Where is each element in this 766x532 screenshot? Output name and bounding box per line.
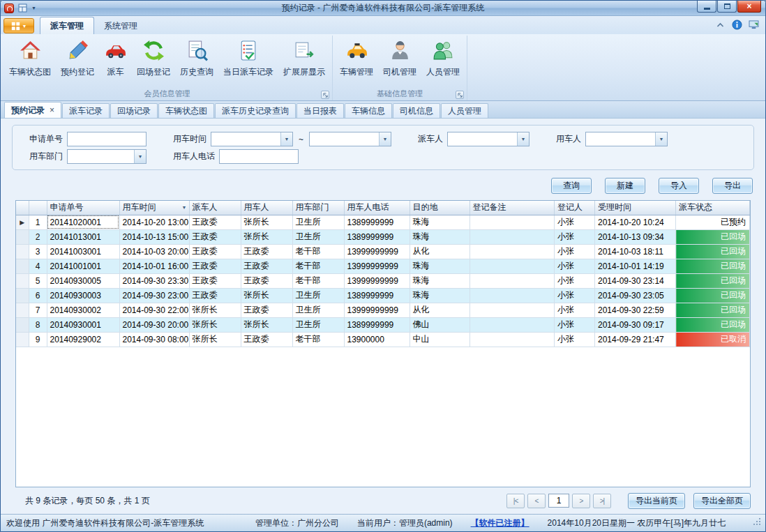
cell-dest[interactable]: 中山 [410,332,470,347]
chevron-down-icon[interactable]: ▼ [280,132,292,146]
grid-row[interactable]: 2201410130012014-10-13 15:00王政委张所长卫生所138… [16,229,750,244]
cell-remark[interactable] [470,317,555,332]
cell-dest[interactable]: 珠海 [410,273,470,288]
col-destination[interactable]: 目的地 [410,201,470,215]
grid-row[interactable]: 5201409300052014-09-30 23:30王政委王政委老干部139… [16,273,750,288]
cell-apply-no[interactable]: 20140930002 [47,303,119,317]
col-status[interactable]: 派车状态 [676,201,750,215]
dialog-launcher-icon[interactable] [321,91,329,99]
cell-dept[interactable]: 卫生所 [292,288,344,303]
ribbon-tab-system[interactable]: 系统管理 [94,17,147,34]
cell-apply-no[interactable]: 20141013001 [47,229,119,244]
use-time-to-combo[interactable]: ▼ [309,132,391,146]
cell-accept-time[interactable]: 2014-10-20 10:24 [595,215,676,229]
next-page-button[interactable]: > [572,494,590,508]
export-button[interactable]: 导出 [712,178,753,194]
cell-accept-time[interactable]: 2014-09-29 21:47 [595,332,676,347]
cell-use-time[interactable]: 2014-09-30 23:00 [119,288,189,303]
close-tab-icon[interactable]: × [50,106,54,114]
ribbon-tab-dispatch[interactable]: 派车管理 [40,17,94,34]
export-current-page-button[interactable]: 导出当前页 [628,493,685,509]
col-user[interactable]: 用车人 [241,201,292,215]
ribbon-button-return-registration[interactable]: 回场登记 [132,36,175,78]
cell-dispatcher[interactable]: 王政委 [189,288,241,303]
cell-dept[interactable]: 卫生所 [292,229,344,244]
app-menu-button[interactable]: ▼ [3,18,34,33]
grid-row[interactable]: 8201409300012014-09-30 20:00张所长张所长卫生所138… [16,317,750,332]
ribbon-button-reservation[interactable]: 预约登记 [56,36,99,78]
doc-tab-dispatch-history-query[interactable]: 派车历史记录查询 [215,103,296,118]
cell-user[interactable]: 张所长 [241,229,292,244]
close-button[interactable]: × [737,1,761,13]
dialog-launcher-icon[interactable] [456,91,464,99]
ribbon-button-vehicle-status-map[interactable]: 车辆状态图 [4,36,56,78]
resize-grip[interactable] [753,518,761,528]
chevron-down-icon[interactable]: ▼ [379,132,391,146]
cell-accept-time[interactable]: 2014-10-03 18:11 [595,244,676,259]
cell-dispatcher[interactable]: 张所长 [189,332,241,347]
cell-apply-no[interactable]: 20140930003 [47,288,119,303]
cell-apply-no[interactable]: 20141003001 [47,244,119,259]
cell-phone[interactable]: 1389999999 [344,317,410,332]
cell-registrar[interactable]: 小张 [555,244,595,259]
cell-dept[interactable]: 老干部 [292,244,344,259]
cell-remark[interactable] [470,229,555,244]
cell-registrar[interactable]: 小张 [555,332,595,347]
license-link[interactable]: 【软件已注册】 [471,517,530,529]
cell-user[interactable]: 王政委 [241,244,292,259]
grid-row[interactable]: 3201410030012014-10-03 20:00王政委王政委老干部139… [16,244,750,259]
cell-remark[interactable] [470,303,555,317]
cell-dispatcher[interactable]: 王政委 [189,273,241,288]
layout-icon[interactable] [17,2,29,14]
cell-dest[interactable]: 珠海 [410,288,470,303]
cell-remark[interactable] [470,288,555,303]
qat-dropdown-icon[interactable]: ▼ [31,6,36,10]
cell-remark[interactable] [470,332,555,347]
cell-accept-time[interactable]: 2014-09-30 09:17 [595,317,676,332]
cell-remark[interactable] [470,259,555,273]
info-icon[interactable] [731,19,743,31]
cell-apply-no[interactable]: 20141020001 [47,215,119,229]
cell-registrar[interactable]: 小张 [555,273,595,288]
cell-dept[interactable]: 老干部 [292,259,344,273]
export-all-pages-button[interactable]: 导出全部页 [693,493,751,509]
doc-tab-dispatch-records[interactable]: 派车记录 [62,103,110,118]
cell-dispatcher[interactable]: 张所长 [189,317,241,332]
doc-tab-driver-info[interactable]: 司机信息 [393,103,440,118]
col-registrar[interactable]: 登记人 [555,201,595,215]
doc-tab-vehicle-info[interactable]: 车辆信息 [345,103,392,118]
cell-dest[interactable]: 从化 [410,303,470,317]
grid-row[interactable]: ▶1201410200012014-10-20 13:00王政委张所长卫生所13… [16,215,750,229]
grid-row[interactable]: 7201409300022014-09-30 22:00张所长王政委卫生所139… [16,303,750,317]
cell-user[interactable]: 王政委 [241,273,292,288]
doc-tab-reservation-records[interactable]: 预约记录 × [4,102,61,118]
cell-phone[interactable]: 13999999999 [344,273,410,288]
cell-dispatcher[interactable]: 王政委 [189,215,241,229]
cell-user[interactable]: 张所长 [241,215,292,229]
cell-phone[interactable]: 13900000 [344,332,410,347]
cell-use-time[interactable]: 2014-10-03 20:00 [119,244,189,259]
cell-use-time[interactable]: 2014-09-30 22:00 [119,303,189,317]
col-dept[interactable]: 用车部门 [292,201,344,215]
cell-apply-no[interactable]: 20140929002 [47,332,119,347]
doc-tab-daily-report[interactable]: 当日报表 [296,103,344,118]
new-button[interactable]: 新建 [605,178,645,194]
cell-user[interactable]: 王政委 [241,259,292,273]
use-time-from-combo[interactable]: ▼ [211,132,293,146]
cell-dest[interactable]: 珠海 [410,215,470,229]
doc-tab-vehicle-status-map[interactable]: 车辆状态图 [158,103,214,118]
cell-user[interactable]: 张所长 [241,288,292,303]
cell-dept[interactable]: 老干部 [292,273,344,288]
cell-accept-time[interactable]: 2014-10-01 14:19 [595,259,676,273]
cell-accept-time[interactable]: 2014-09-30 22:59 [595,303,676,317]
cell-accept-time[interactable]: 2014-09-30 23:05 [595,288,676,303]
chevron-down-icon[interactable]: ▼ [134,150,146,163]
cell-apply-no[interactable]: 20140930005 [47,273,119,288]
cell-registrar[interactable]: 小张 [555,215,595,229]
col-use-time[interactable]: 用车时间▼ [119,201,189,215]
cell-dept[interactable]: 卫生所 [292,317,344,332]
cell-use-time[interactable]: 2014-09-30 23:30 [119,273,189,288]
cell-user[interactable]: 王政委 [241,332,292,347]
cell-apply-no[interactable]: 20141001001 [47,259,119,273]
cell-user[interactable]: 张所长 [241,317,292,332]
